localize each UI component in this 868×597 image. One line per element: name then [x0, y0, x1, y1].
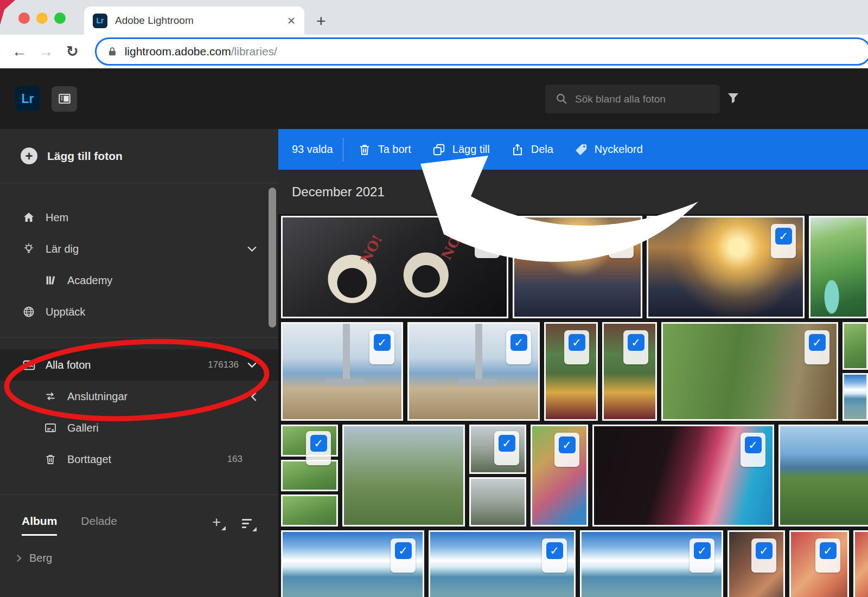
photo-tile-beer-toast-2[interactable]: ✓ [602, 322, 657, 421]
search-input[interactable] [575, 93, 705, 105]
sidebar-item-all-photos[interactable]: Alla foton 176136 [0, 349, 278, 381]
photo-tile-people-hats-column[interactable]: ✓ [469, 425, 526, 527]
checkbox-checked-icon[interactable]: ✓ [809, 334, 826, 351]
checkbox-checked-icon[interactable]: ✓ [613, 228, 630, 245]
photo-tile-partial-right[interactable] [853, 530, 868, 597]
selection-toolbar: 93 valda Ta bort Lägg till Dela [278, 129, 868, 170]
photo-select-badge[interactable]: ✓ [690, 538, 714, 573]
chevron-down-icon[interactable] [247, 246, 257, 252]
sidebar-item-deleted[interactable]: Borttaget 163 [0, 444, 278, 475]
photo-tile-smiling-kids[interactable]: ✓ [531, 425, 588, 527]
filter-button[interactable] [726, 91, 741, 105]
checkbox-checked-icon[interactable]: ✓ [694, 542, 711, 559]
photo-select-badge[interactable]: ✓ [391, 538, 416, 573]
photo-tile-lake-swim-1[interactable]: ✓ [281, 530, 424, 597]
photo-tile-lake-swim-3[interactable]: ✓ [580, 530, 723, 597]
photo-tile-hills-column[interactable] [843, 322, 868, 421]
sidebar-item-learn[interactable]: Lär dig [0, 233, 278, 265]
photo-select-badge[interactable]: ✓ [369, 330, 394, 364]
window-zoom-button[interactable] [54, 12, 66, 24]
back-button[interactable]: ← [12, 44, 27, 59]
lightbulb-icon [22, 242, 35, 255]
sidebar-item-discover[interactable]: Upptäck [0, 296, 278, 328]
checkbox-checked-icon[interactable]: ✓ [499, 435, 515, 452]
sidebar-item-connections[interactable]: Anslutningar [0, 381, 278, 412]
sidebar-item-home[interactable]: Hem [0, 202, 278, 233]
share-button[interactable]: Dela [510, 143, 553, 157]
keywords-button[interactable]: Nyckelord [574, 143, 643, 157]
search-box[interactable] [545, 85, 720, 113]
tab-albums[interactable]: Album [22, 515, 57, 536]
photo-tile-group-with-horses[interactable] [342, 425, 465, 527]
photo-tile-selfie-faces[interactable]: ✓ [727, 530, 785, 597]
photo-tile-car-dashboard-no[interactable]: NO!NO!✓ [281, 216, 508, 318]
lightroom-logo[interactable]: Lr [15, 86, 40, 111]
checkbox-checked-icon[interactable]: ✓ [756, 542, 773, 559]
window-close-button[interactable] [18, 12, 30, 24]
sidebar-scrollbar[interactable] [269, 188, 276, 328]
reload-button[interactable]: ↻ [66, 44, 79, 59]
checkbox-checked-icon[interactable]: ✓ [745, 436, 762, 453]
tab-shared[interactable]: Delade [81, 515, 117, 536]
photo-select-badge[interactable]: ✓ [494, 431, 519, 465]
album-item-berg[interactable]: Berg [16, 552, 278, 564]
checkbox-checked-icon[interactable]: ✓ [479, 228, 496, 245]
photo-select-badge[interactable]: ✓ [542, 538, 567, 573]
photo-select-badge[interactable]: ✓ [623, 330, 648, 364]
photo-select-badge[interactable]: ✓ [506, 330, 531, 364]
photo-hats [469, 477, 526, 527]
photo-tile-sunset-sun-mountains[interactable]: ✓ [647, 216, 805, 318]
create-album-button[interactable]: + [212, 515, 226, 530]
photo-tile-green-mountain-lake[interactable] [809, 216, 868, 318]
tab-close-icon[interactable]: ✕ [287, 15, 296, 27]
sidebar-item-academy[interactable]: Academy [0, 265, 278, 296]
chevron-right-icon[interactable] [16, 554, 22, 562]
checkbox-checked-icon[interactable]: ✓ [395, 542, 412, 559]
photo-select-badge[interactable]: ✓ [815, 538, 840, 573]
sort-albums-button[interactable] [242, 515, 257, 528]
photo-tile-valley-outhouse-pano[interactable]: ✓ [661, 322, 838, 421]
photo-select-badge[interactable]: ✓ [609, 224, 634, 258]
photo-tile-lake-swim-2[interactable]: ✓ [429, 530, 576, 597]
delete-label: Ta bort [378, 143, 411, 156]
sidebar-item-gallery[interactable]: Galleri [0, 412, 278, 444]
checkbox-checked-icon[interactable]: ✓ [569, 334, 585, 351]
add-photos-button[interactable]: + Lägg till foton [0, 129, 278, 183]
delete-button[interactable]: Ta bort [358, 143, 411, 157]
checkbox-checked-icon[interactable]: ✓ [559, 436, 576, 453]
forward-button[interactable]: → [39, 44, 53, 59]
photo-tile-summit-cross-1[interactable]: ✓ [281, 322, 403, 421]
add-to-album-button[interactable]: Lägg till [432, 143, 490, 157]
chevron-left-icon[interactable] [251, 392, 257, 401]
photo-select-badge[interactable]: ✓ [805, 330, 829, 364]
toggle-sidebar-button[interactable] [52, 86, 77, 112]
photo-select-badge[interactable]: ✓ [741, 433, 765, 467]
checkbox-checked-icon[interactable]: ✓ [510, 334, 527, 351]
photo-select-badge[interactable]: ✓ [306, 431, 331, 465]
checkbox-checked-icon[interactable]: ✓ [310, 435, 327, 452]
new-tab-button[interactable]: + [316, 13, 326, 29]
date-section-header: December 2021 [278, 170, 868, 214]
photo-tile-kid-faces[interactable]: ✓ [789, 530, 849, 597]
photo-select-badge[interactable]: ✓ [751, 538, 776, 573]
photo-tile-peace-sign-girl[interactable]: ✓ [592, 425, 774, 527]
photo-select-badge[interactable]: ✓ [564, 330, 589, 364]
checkbox-checked-icon[interactable]: ✓ [820, 542, 837, 559]
checkbox-checked-icon[interactable]: ✓ [546, 542, 563, 559]
photo-tile-beer-toast-1[interactable]: ✓ [544, 322, 598, 421]
checkbox-checked-icon[interactable]: ✓ [775, 228, 792, 245]
plus-circle-icon: + [21, 147, 37, 164]
chevron-down-icon[interactable] [247, 362, 257, 368]
photo-select-badge[interactable]: ✓ [554, 433, 579, 467]
photo-tile-summit-cross-2[interactable]: ✓ [407, 322, 540, 421]
window-minimize-button[interactable] [36, 12, 48, 24]
photo-tile-meadow-couple[interactable] [778, 425, 868, 527]
photo-select-badge[interactable]: ✓ [771, 224, 796, 258]
checkbox-checked-icon[interactable]: ✓ [374, 334, 391, 351]
url-field[interactable]: lightroom.adobe.com/libraries/ [95, 37, 868, 66]
photo-select-badge[interactable]: ✓ [475, 224, 500, 258]
photo-tile-horse-riders-column[interactable]: ✓ [281, 425, 338, 527]
checkbox-checked-icon[interactable]: ✓ [628, 334, 644, 351]
browser-tab[interactable]: Lr Adobe Lightroom ✕ [84, 7, 304, 35]
photo-tile-sunset-hiker[interactable]: ✓ [513, 216, 642, 318]
